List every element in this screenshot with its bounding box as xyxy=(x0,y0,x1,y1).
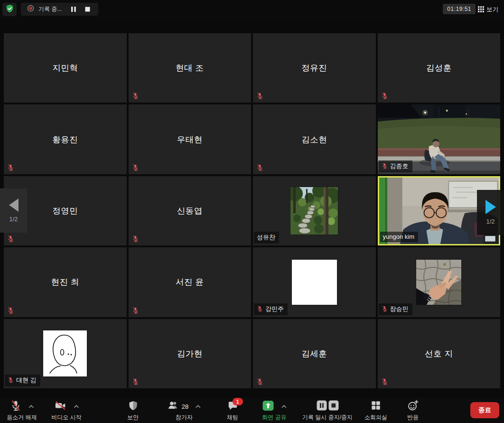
participant-name-label: 강민주 xyxy=(254,303,288,315)
participant-count: 28 xyxy=(182,403,188,410)
recording-indicator: 기록 중... xyxy=(21,3,98,16)
page-indicator: 1/2 xyxy=(9,216,18,223)
participant-tile[interactable]: 서진 윤 xyxy=(129,247,252,317)
recording-controls-button[interactable]: 기록 일시 중지/중지 xyxy=(302,401,353,422)
participant-name-label: 장승민 xyxy=(379,303,412,315)
arrow-right-icon xyxy=(485,200,496,214)
participant-name: 김종호 xyxy=(390,162,409,170)
page-indicator: 1/2 xyxy=(486,218,495,225)
start-video-button[interactable]: 비디오 시작 xyxy=(51,401,81,422)
participant-tile[interactable]: 정유진 xyxy=(253,33,376,103)
grid-view-icon xyxy=(478,6,484,14)
avatar-image xyxy=(292,260,337,305)
chat-unread-badge: 1 xyxy=(233,398,243,405)
pause-stop-icons xyxy=(316,400,338,413)
chat-button[interactable]: 1채팅 xyxy=(227,401,238,422)
top-bar: 기록 중... 01:19:51 보기 xyxy=(0,0,504,19)
reactions-label: 반응 xyxy=(407,414,419,422)
reactions-button[interactable]: 반응 xyxy=(407,401,419,422)
breakout-rooms-icon xyxy=(371,400,381,413)
participant-grid: 지민혁현대 조 정유진 김성훈 황용진 우태현 김소현 김종호정영민 신동엽 성… xyxy=(4,33,500,388)
mic-muted-icon xyxy=(132,235,139,243)
chevron-up-icon[interactable] xyxy=(196,404,201,408)
participant-name: yungon kim xyxy=(383,233,414,240)
participant-tile[interactable]: 우태현 xyxy=(129,104,252,174)
breakout-rooms-button[interactable]: 소회의실 xyxy=(364,401,387,422)
participant-tile[interactable]: 황용진 xyxy=(4,104,127,174)
participant-name: 현진 최 xyxy=(4,247,127,317)
mic-muted-icon xyxy=(382,162,388,169)
participant-name: 현대 조 xyxy=(129,33,252,103)
chevron-up-icon[interactable] xyxy=(28,404,34,408)
participant-name: 김가현 xyxy=(129,319,252,388)
participant-tile[interactable]: 지민혁 xyxy=(4,33,127,103)
shield-check-icon xyxy=(5,4,14,15)
mic-muted-icon xyxy=(381,92,388,100)
pause-recording-icon[interactable] xyxy=(69,5,78,14)
next-page-button[interactable]: 1/2 xyxy=(477,190,504,235)
participant-tile[interactable]: 김가현 xyxy=(129,319,252,388)
unmute-label: 음소거 해제 xyxy=(7,414,37,422)
meeting-info-shield-button[interactable] xyxy=(2,3,17,16)
participant-name: 서진 윤 xyxy=(129,247,252,317)
participant-tile[interactable]: 선호 지 xyxy=(378,319,501,388)
previous-page-button[interactable]: 1/2 xyxy=(0,188,27,233)
view-button-label: 보기 xyxy=(486,6,498,14)
participants-button[interactable]: 28참가자 xyxy=(168,401,201,422)
mic-muted-icon xyxy=(132,306,139,315)
participant-name: 정유진 xyxy=(253,33,376,103)
breakout-rooms-label: 소회의실 xyxy=(364,414,387,422)
participant-tile[interactable]: 현대 조 xyxy=(129,33,252,103)
share-screen-button[interactable]: 화면 공유 xyxy=(262,401,287,422)
participant-tile[interactable]: 현진 최 xyxy=(4,247,127,317)
participant-tile[interactable]: 신동엽 xyxy=(129,176,252,245)
mic-muted-icon xyxy=(7,306,14,315)
participant-name: 김세훈 xyxy=(253,319,376,388)
participant-tile[interactable]: 장승민 xyxy=(378,247,501,317)
participant-tile[interactable]: 김세훈 xyxy=(253,319,376,388)
mic-muted-icon xyxy=(132,377,139,386)
start-video-label: 비디오 시작 xyxy=(51,414,81,422)
participants-icon xyxy=(168,400,180,413)
share-screen-icon xyxy=(262,400,274,413)
security-button[interactable]: 보안 xyxy=(127,401,139,422)
record-dot-icon xyxy=(27,5,34,14)
mic-muted-icon xyxy=(132,163,139,172)
participant-name: 지민혁 xyxy=(4,33,127,103)
stop-recording-icon[interactable] xyxy=(83,5,92,14)
participant-name: 신동엽 xyxy=(129,176,252,245)
participant-name: 김소현 xyxy=(253,104,376,174)
participant-name-label: 성유찬 xyxy=(254,232,279,244)
mic-muted-icon xyxy=(382,305,388,312)
participant-tile[interactable]: 대현 김 xyxy=(4,319,127,388)
participant-tile[interactable]: 성유찬 xyxy=(253,176,376,245)
chevron-up-icon[interactable] xyxy=(281,404,287,408)
participant-name: 성유찬 xyxy=(257,233,275,242)
participants-label: 참가자 xyxy=(176,414,193,422)
mic-muted-icon xyxy=(257,305,263,312)
chat-label: 채팅 xyxy=(227,414,238,422)
mic-muted-icon xyxy=(256,163,263,172)
participant-tile[interactable]: 강민주 xyxy=(253,247,376,317)
mic-muted-icon xyxy=(132,92,139,100)
unmute-button[interactable]: 음소거 해제 xyxy=(7,401,37,422)
meeting-timer: 01:19:51 xyxy=(443,4,476,14)
participant-name: 김성훈 xyxy=(378,33,501,103)
share-screen-label: 화면 공유 xyxy=(262,414,286,422)
participant-tile[interactable]: 김소현 xyxy=(253,104,376,174)
mic-muted-icon xyxy=(256,377,263,386)
participant-tile[interactable]: 김종호 xyxy=(378,104,501,174)
mic-muted-icon xyxy=(10,400,21,414)
participant-tile[interactable]: 김성훈 xyxy=(378,33,501,103)
participant-name: 장승민 xyxy=(390,305,409,313)
recording-status-text: 기록 중... xyxy=(38,5,62,13)
participant-name-label: 김종호 xyxy=(379,160,412,172)
view-button[interactable]: 보기 xyxy=(476,4,500,15)
participant-name: 강민주 xyxy=(265,305,284,313)
chevron-up-icon[interactable] xyxy=(74,404,79,408)
end-meeting-button[interactable]: 종료 xyxy=(470,402,499,418)
participant-name-label: yungon kim xyxy=(380,232,418,242)
mic-muted-icon xyxy=(7,163,14,172)
mic-muted-icon xyxy=(8,376,14,384)
arrow-left-icon xyxy=(9,198,19,212)
